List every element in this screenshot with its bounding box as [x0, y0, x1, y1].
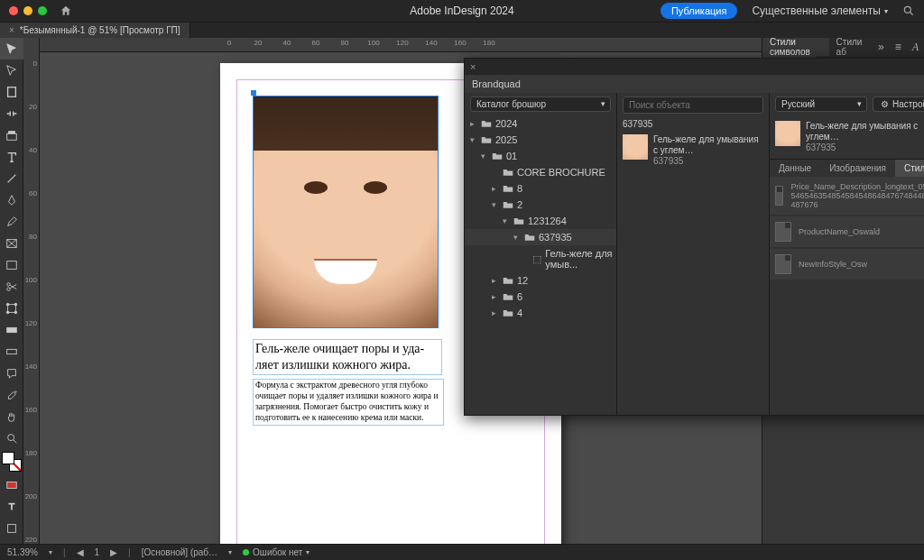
workspace-dropdown[interactable]: Существенные элементы▾: [752, 5, 888, 17]
chevron-left-icon[interactable]: ◀: [77, 547, 84, 557]
chevron-right-icon[interactable]: ▶: [110, 547, 117, 557]
svg-rect-4: [7, 262, 17, 270]
panel-drag-bar[interactable]: × ≡: [465, 59, 924, 75]
fill-stroke-swatch[interactable]: [2, 452, 22, 472]
layer-indicator[interactable]: [Основной] (раб…: [142, 547, 217, 557]
body-text-frame[interactable]: Формула с экстрактом древесного угля глу…: [253, 379, 444, 426]
tab-data[interactable]: Данные: [770, 160, 820, 177]
formatting-container-icon[interactable]: [0, 474, 23, 496]
minimize-window-button[interactable]: [23, 6, 32, 15]
direct-selection-tool[interactable]: [0, 60, 23, 81]
folder-icon: [524, 233, 535, 242]
caret-icon[interactable]: ▸: [470, 119, 477, 128]
content-collector-tool[interactable]: [0, 124, 23, 146]
tree-node[interactable]: ▾2: [465, 197, 616, 213]
tab-images[interactable]: Изображения: [820, 160, 895, 177]
gradient-feather-tool[interactable]: [0, 341, 23, 363]
svg-rect-12: [7, 327, 17, 332]
tree-node-label: 2024: [495, 118, 517, 129]
tab-styles[interactable]: Стили: [895, 160, 924, 177]
selection-tool[interactable]: [0, 38, 23, 60]
tree-node-label: 4: [517, 308, 522, 318]
line-tool[interactable]: [0, 168, 23, 189]
search-input[interactable]: [623, 96, 763, 114]
rectangle-frame-tool[interactable]: [0, 233, 23, 254]
maximize-window-button[interactable]: [38, 6, 47, 15]
tree-node[interactable]: ▸6: [465, 289, 616, 305]
style-name: Price_Name_Description_longtext_05648546…: [790, 182, 924, 209]
caret-icon[interactable]: ▾: [470, 135, 477, 144]
chevron-down-icon[interactable]: ▾: [49, 548, 52, 556]
eyedropper-tool[interactable]: [0, 384, 23, 406]
hand-tool[interactable]: [0, 406, 23, 427]
svg-point-11: [14, 311, 17, 314]
caret-icon[interactable]: ▸: [492, 276, 499, 285]
language-select[interactable]: Русский: [775, 96, 867, 112]
tree-node[interactable]: ▸4: [465, 305, 616, 321]
tree-node[interactable]: ▾2025: [465, 132, 616, 148]
folder-icon: [503, 184, 513, 193]
preflight-status[interactable]: Ошибок нет ▾: [243, 547, 310, 557]
panel-menu-icon[interactable]: ≡: [890, 41, 907, 53]
close-tab-icon[interactable]: ×: [9, 25, 14, 35]
caret-icon[interactable]: ▾: [481, 151, 488, 161]
caret-icon[interactable]: ▾: [503, 216, 510, 225]
caret-icon[interactable]: ▾: [492, 200, 499, 209]
folder-icon: [503, 292, 513, 301]
caret-icon[interactable]: ▸: [492, 184, 499, 193]
tree-node-label: 637935: [539, 232, 572, 243]
tree-node[interactable]: ▾637935: [465, 229, 616, 245]
heading-text-frame[interactable]: Гель-желе очищает поры и уда­ляет излишк…: [253, 339, 442, 375]
home-icon[interactable]: [60, 5, 72, 17]
search-icon[interactable]: [902, 5, 915, 17]
tree-node[interactable]: ▾01: [465, 148, 616, 164]
zoom-tool[interactable]: [0, 427, 23, 449]
free-transform-tool[interactable]: [0, 298, 23, 319]
caret-icon[interactable]: ▸: [492, 292, 499, 301]
tree-node[interactable]: ▸12: [465, 272, 616, 289]
tree-node[interactable]: ▸2024: [465, 115, 616, 132]
view-mode-icon[interactable]: [0, 518, 23, 539]
detail-title: Гель-желе для умывания с углем…: [806, 121, 924, 142]
gear-icon: ⚙: [881, 99, 889, 109]
page-number[interactable]: 1: [95, 547, 100, 557]
publish-button[interactable]: Публикация: [661, 3, 737, 19]
pen-tool[interactable]: [0, 189, 23, 211]
tree-node[interactable]: ⬚Гель-желе для умыв...: [465, 245, 616, 272]
tree-node[interactable]: CORE BROCHURE: [465, 164, 616, 180]
style-row[interactable]: NewInfoStyle_Osw: [770, 249, 924, 280]
settings-button[interactable]: ⚙Настройки: [873, 96, 924, 112]
canvas[interactable]: 020406080100120140160180 Гель-желе очища…: [40, 38, 924, 544]
double-chevron-icon[interactable]: »: [873, 41, 890, 53]
style-row[interactable]: ProductName_Oswald: [770, 216, 924, 247]
caret-icon[interactable]: ▸: [492, 308, 499, 317]
catalog-select[interactable]: Каталог брошюр: [470, 96, 611, 112]
style-name: NewInfoStyle_Osw: [799, 260, 867, 269]
gradient-swatch-tool[interactable]: [0, 319, 23, 341]
image-frame[interactable]: [253, 96, 439, 328]
rectangle-tool[interactable]: [0, 254, 23, 276]
note-tool[interactable]: [0, 363, 23, 384]
brandquad-panel: × ≡ Brandquad Каталог брошюр ▸2024▾2025▾…: [464, 58, 924, 416]
tree-node[interactable]: ▸8: [465, 180, 616, 197]
page-tool[interactable]: [0, 81, 23, 103]
zoom-level[interactable]: 51.39%: [7, 547, 38, 557]
document-tabs-bar: × *Безымянный-1 @ 51% [Просмотр ГП]: [0, 22, 924, 38]
document-tab[interactable]: × *Безымянный-1 @ 51% [Просмотр ГП]: [0, 23, 190, 38]
detail-code: 637935: [806, 142, 924, 153]
panel-title: Brandquad: [465, 75, 924, 93]
style-sheet-icon: [775, 186, 783, 206]
folder-icon: [503, 200, 513, 209]
gap-tool[interactable]: [0, 103, 23, 124]
type-tool[interactable]: [0, 146, 23, 168]
character-icon[interactable]: A: [907, 41, 924, 54]
search-result-item[interactable]: Гель-желе для умывания с углем… 637935: [617, 131, 769, 170]
scissors-tool[interactable]: [0, 276, 23, 298]
caret-icon[interactable]: ▾: [513, 233, 521, 242]
tree-node[interactable]: ▾1231264: [465, 213, 616, 229]
close-panel-icon[interactable]: ×: [470, 61, 476, 72]
close-window-button[interactable]: [9, 6, 18, 15]
pencil-tool[interactable]: [0, 211, 23, 233]
style-row[interactable]: Price_Name_Description_longtext_05648546…: [770, 177, 924, 215]
formatting-text-icon[interactable]: [0, 496, 23, 518]
